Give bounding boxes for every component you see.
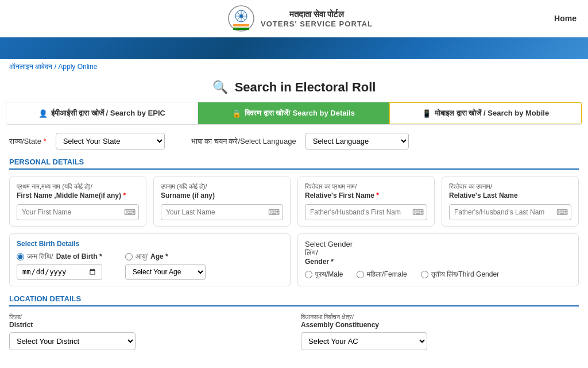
tab-epic-icon: 👤 — [38, 109, 48, 118]
svg-rect-8 — [233, 26, 249, 28]
gender-female-radio[interactable] — [357, 271, 364, 278]
last-name-hindi-label: उपनाम (यदि कोई हो)/ — [161, 183, 283, 190]
gender-male-radio[interactable] — [305, 271, 312, 278]
first-name-input[interactable] — [17, 204, 139, 220]
ac-field: विधानसभा निर्वाचन क्षेत्र/ Assembly Cons… — [301, 313, 579, 350]
first-name-english-label: First Name ,Middle Name(if any) * — [17, 191, 139, 200]
relative-last-input-wrapper: ⌨ — [449, 204, 571, 220]
age-hindi-label: आयु/ — [136, 252, 148, 260]
gender-third-label: तृतीय लिंग/Third Gender — [431, 270, 499, 278]
location-grid: जिला/ District Select Your District विधा… — [9, 313, 579, 350]
gender-third-option[interactable]: तृतीय लिंग/Third Gender — [421, 270, 499, 278]
personal-details-heading: PERSONAL DETAILS — [9, 158, 579, 170]
page-title: 🔍 Search in Electoral Roll — [0, 80, 588, 95]
first-name-hindi-label: प्रथम नाम,मध्य नाम (यदि कोई हो)/ — [17, 183, 139, 190]
district-hindi-label: जिला/ — [9, 313, 287, 321]
birth-details-card: Select Birth Details जन्म तिथि/ Date of … — [9, 233, 291, 286]
portal-hindi-title: मतदाता सेवा पोर्टल — [261, 9, 373, 20]
dob-option: जन्म तिथि/ Date of Birth * — [17, 252, 102, 280]
gender-english-label-row: Gender * — [305, 258, 571, 266]
keyboard-icon-2: ⌨ — [268, 208, 280, 217]
age-radio[interactable] — [125, 253, 133, 260]
relative-first-name-card: रिश्तेदार का प्रथम नाम/ Relative's First… — [297, 177, 435, 227]
age-radio-label[interactable]: आयु/ Age * — [125, 252, 206, 260]
tab-epic[interactable]: 👤 ईपीआईसी द्वारा खोजें / Search by EPIC — [6, 102, 198, 124]
svg-rect-9 — [233, 28, 249, 30]
name-row: प्रथम नाम,मध्य नाम (यदि कोई हो)/ First N… — [9, 177, 579, 227]
gender-options: पुरुष/Male महिला/Female तृतीय लिंग/Third… — [305, 270, 571, 278]
apply-online-link[interactable]: ऑनलाइन आवेदन / Apply Online — [0, 59, 588, 74]
district-select[interactable]: Select Your District — [9, 332, 136, 350]
last-name-card: उपनाम (यदि कोई हो)/ Surname (if any) ⌨ — [153, 177, 291, 227]
decorative-banner — [0, 37, 588, 59]
dob-radio-label[interactable]: जन्म तिथि/ Date of Birth * — [17, 252, 102, 260]
relative-first-english-label: Relative's First Name * — [305, 191, 427, 200]
name-left-group: प्रथम नाम,मध्य नाम (यदि कोई हो)/ First N… — [9, 177, 291, 227]
location-section: LOCATION DETAILS जिला/ District Select Y… — [0, 294, 588, 350]
relative-name-group: रिश्तेदार का प्रथम नाम/ Relative's First… — [297, 177, 579, 227]
tab-mobile-icon: 📱 — [422, 109, 431, 118]
relative-last-english-label: Relative's Last Name — [449, 191, 571, 200]
dob-hindi-label: जन्म तिथि/ — [27, 252, 53, 260]
relative-first-name-input[interactable] — [305, 204, 427, 220]
district-field: जिला/ District Select Your District — [9, 313, 287, 350]
relative-last-hindi-label: रिश्तेदार का उपनाम/ — [449, 183, 571, 190]
tab-mobile[interactable]: 📱 मोबाइल द्वारा खोजें / Search by Mobile — [389, 102, 582, 124]
state-lang-row: राज्य/State * Select Your State भाषा का … — [9, 133, 579, 150]
keyboard-icon-4: ⌨ — [556, 208, 568, 217]
language-label: भाषा का चयन करे/Select Language — [191, 137, 296, 146]
district-english-label: District — [9, 321, 287, 329]
dob-english-label: Date of Birth * — [56, 252, 102, 260]
dob-input[interactable] — [17, 264, 102, 280]
portal-english-title: VOTERS' SERVICE PORTAL — [261, 20, 373, 28]
language-select[interactable]: Select Language — [305, 133, 409, 150]
birth-select-label: Select Birth Details — [17, 240, 283, 248]
relative-first-input-wrapper: ⌨ — [305, 204, 427, 220]
relative-first-hindi-label: रिश्तेदार का प्रथम नाम/ — [305, 183, 427, 190]
keyboard-icon: ⌨ — [124, 208, 136, 217]
svg-rect-7 — [233, 24, 249, 26]
first-name-card: प्रथम नाम,मध्य नाम (यदि कोई हो)/ First N… — [9, 177, 146, 227]
eci-logo-icon — [227, 5, 255, 32]
gender-hindi-label: लिंग/ — [305, 248, 318, 257]
ac-select[interactable]: Select Your AC — [301, 332, 427, 350]
first-name-input-wrapper: ⌨ — [17, 204, 139, 220]
gender-female-option[interactable]: महिला/Female — [357, 270, 407, 278]
home-nav[interactable]: Home — [554, 14, 577, 23]
search-tabs: 👤 ईपीआईसी द्वारा खोजें / Search by EPIC … — [6, 102, 582, 125]
gender-male-option[interactable]: पुरुष/Male — [305, 270, 343, 278]
last-name-english-label: Surname (if any) — [161, 191, 283, 200]
tab-details[interactable]: 🔒 विवरण द्वारा खोजें/ Search by Details — [198, 102, 390, 124]
location-details-heading: LOCATION DETAILS — [9, 294, 579, 306]
state-select[interactable]: Select Your State — [56, 133, 165, 150]
age-english-label: Age * — [150, 252, 168, 260]
search-icon: 🔍 — [212, 80, 228, 94]
relative-last-name-card: रिश्तेदार का उपनाम/ Relative's Last Name… — [442, 177, 579, 227]
gender-female-label: महिला/Female — [367, 270, 407, 278]
ac-english-label: Assembly Constituency — [301, 321, 579, 329]
last-name-input[interactable] — [161, 204, 283, 220]
header: मतदाता सेवा पोर्टल VOTERS' SERVICE PORTA… — [0, 0, 588, 37]
state-label: राज्य/State * — [9, 137, 47, 146]
gender-select-label: Select Gender — [305, 240, 571, 248]
gender-card: Select Gender लिंग/ Gender * पुरुष/Male … — [297, 233, 579, 286]
header-logo-area: मतदाता सेवा पोर्टल VOTERS' SERVICE PORTA… — [227, 5, 373, 32]
last-name-input-wrapper: ⌨ — [161, 204, 283, 220]
age-option: आयु/ Age * Select Your Age — [125, 252, 206, 280]
birth-age-row: जन्म तिथि/ Date of Birth * आयु/ Age — [17, 252, 283, 280]
age-select[interactable]: Select Your Age — [125, 264, 206, 280]
gender-male-label: पुरुष/Male — [315, 270, 343, 278]
ac-hindi-label: विधानसभा निर्वाचन क्षेत्र/ — [301, 313, 579, 321]
birth-gender-row: Select Birth Details जन्म तिथि/ Date of … — [9, 233, 579, 286]
keyboard-icon-3: ⌨ — [412, 208, 424, 217]
gender-label-row: लिंग/ — [305, 248, 571, 258]
portal-title: मतदाता सेवा पोर्टल VOTERS' SERVICE PORTA… — [261, 9, 373, 28]
relative-last-name-input[interactable] — [449, 204, 571, 220]
tab-details-icon: 🔒 — [232, 109, 241, 118]
dob-radio[interactable] — [17, 253, 24, 260]
gender-third-radio[interactable] — [421, 271, 428, 278]
form-area: राज्य/State * Select Your State भाषा का … — [0, 133, 588, 286]
